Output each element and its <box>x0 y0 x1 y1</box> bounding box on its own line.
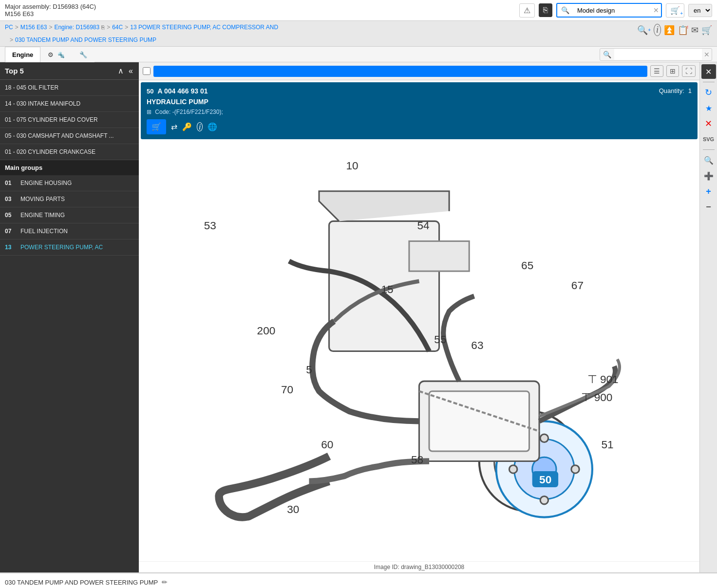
left-sidebar: Top 5 ∧ « 18 - 045 OIL FILTER 14 - 030 I… <box>0 62 139 572</box>
header-right: ⚠ ⎘ 🔍 ✕ 🛒 + en de fr <box>519 3 712 18</box>
group-item-05[interactable]: 05 ENGINE TIMING <box>0 207 139 223</box>
svg-text:53: 53 <box>204 220 216 232</box>
filter-icon-btn[interactable]: ⏫ <box>664 25 675 36</box>
breadcrumb-64c[interactable]: 64C <box>112 24 123 31</box>
part-search-input[interactable] <box>153 66 647 77</box>
top5-list: 18 - 045 OIL FILTER 14 - 030 INTAKE MANI… <box>0 80 139 160</box>
tab3-icon: 🔧 <box>79 51 87 58</box>
copy-icon-btn[interactable]: ⎘ <box>539 3 552 17</box>
rt-svg-btn[interactable]: SVG <box>701 132 716 147</box>
top5-header: Top 5 ∧ « <box>0 62 139 80</box>
sync-icon: ⇄ <box>171 123 177 131</box>
rt-times-btn[interactable]: ✕ <box>701 116 716 131</box>
rt-zoom-in-btn[interactable]: 🔍 <box>701 153 716 167</box>
rt-minus-btn[interactable]: − <box>701 200 716 214</box>
tabs-row: Engine ⚙ 🔩 🔧 🔍 ✕ <box>0 47 717 62</box>
part-select-checkbox[interactable] <box>143 67 151 75</box>
group-item-07[interactable]: 07 FUEL INJECTION <box>0 223 139 239</box>
breadcrumb-engine[interactable]: Engine: D156983 <box>54 24 99 31</box>
svg-label: SVG <box>703 136 714 142</box>
group-item-13[interactable]: 13 POWER STEERING PUMP, AC <box>0 239 139 256</box>
breadcrumb-m156[interactable]: M156 E63 <box>20 24 47 31</box>
times-icon: ✕ <box>705 118 712 129</box>
breadcrumb-030[interactable]: 030 TANDEM PUMP AND POWER STEERING PUMP <box>15 37 156 43</box>
svg-text:58: 58 <box>411 454 423 466</box>
rt-star-btn[interactable]: ★ <box>701 101 716 115</box>
svg-text:10: 10 <box>346 160 358 172</box>
part-info-btn[interactable]: i <box>197 123 203 131</box>
email-icon-btn[interactable]: ✉ <box>691 25 698 36</box>
top5-item-5[interactable]: 01 - 020 CYLINDER CRANKCASE <box>0 144 139 160</box>
tab-engine[interactable]: Engine <box>5 47 40 62</box>
language-select[interactable]: en de fr <box>688 4 712 17</box>
breadcrumb-row2: > 030 TANDEM PUMP AND POWER STEERING PUM… <box>0 34 632 46</box>
rt-refresh-btn[interactable]: ↻ <box>701 85 716 100</box>
right-toolbar: ✕ ↻ ★ ✕ SVG 🔍 ➕ + − <box>699 62 717 572</box>
group-item-03[interactable]: 03 MOVING PARTS <box>0 191 139 207</box>
tabs-search-clear-btn[interactable]: ✕ <box>702 49 712 60</box>
code-grid-icon: ⊞ <box>147 109 151 115</box>
top5-item-1[interactable]: 18 - 045 OIL FILTER <box>0 80 139 96</box>
part-sync-btn[interactable]: ⇄ <box>171 122 177 131</box>
rt-divider-2 <box>703 149 715 150</box>
top5-expand-btn[interactable]: « <box>128 66 134 75</box>
report-icon-btn[interactable]: 📋 ! <box>678 25 688 36</box>
edit-icon-btn[interactable]: ✏ <box>162 578 168 586</box>
part-pos: 50 <box>147 88 153 95</box>
breadcrumb-row1: PC > M156 E63 > Engine: D156983 ⎘ > 64C … <box>0 21 632 34</box>
zoom-in-icon: 🔍 <box>704 156 714 165</box>
email-icon: ✉ <box>691 25 698 36</box>
rt-zoom-out-btn[interactable]: ➕ <box>701 168 716 183</box>
top5-item-2[interactable]: 14 - 030 INTAKE MANIFOLD <box>0 96 139 112</box>
model-design-input[interactable] <box>573 4 651 17</box>
cart-btn[interactable]: 🛒 + <box>666 3 684 18</box>
search-icon: 🔍 <box>561 6 569 14</box>
rt-plus-btn[interactable]: + <box>701 184 716 199</box>
tab2-sub-icon: 🔩 <box>57 52 65 58</box>
tab-3[interactable]: 🔧 <box>72 47 94 62</box>
warning-icon-btn[interactable]: ⚠ <box>519 3 535 18</box>
svg-point-8 <box>540 496 548 504</box>
part-web-btn[interactable]: 🌐 <box>208 122 217 131</box>
top5-collapse-btn[interactable]: ∧ <box>117 66 125 75</box>
tabs-clear-icon: ✕ <box>704 51 710 58</box>
zoom-icon-btn[interactable]: 🔍 + <box>637 25 651 36</box>
rt-close-btn[interactable]: ✕ <box>701 64 716 79</box>
quantity-value: 1 <box>688 87 692 94</box>
svg-text:⊤ 901: ⊤ 901 <box>587 373 619 386</box>
rt-divider-1 <box>703 82 715 82</box>
tabs-search-icon-btn[interactable]: 🔍 <box>600 49 614 60</box>
search-icon-btn[interactable]: 🔍 <box>557 4 573 17</box>
top5-item-3[interactable]: 01 - 075 CYLINDER HEAD COVER <box>0 112 139 128</box>
main-layout: Top 5 ∧ « 18 - 045 OIL FILTER 14 - 030 I… <box>0 62 717 572</box>
center-content: ☰ ⊞ ⛶ 50 A 004 466 93 01 Quantity: 1 <box>139 62 699 572</box>
info-icon-btn[interactable]: i <box>654 24 661 36</box>
part-key-btn[interactable]: 🔑 <box>182 122 192 131</box>
warning-icon: ⚠ <box>524 6 530 15</box>
list-view-btn[interactable]: ☰ <box>650 65 663 77</box>
svg-text:63: 63 <box>471 339 483 351</box>
filter-icon: ⏫ <box>664 25 675 36</box>
breadcrumb-pc[interactable]: PC <box>5 24 13 31</box>
top5-item-4[interactable]: 05 - 030 CAMSHAFT AND CAMSHAFT ... <box>0 128 139 144</box>
search-clear-btn[interactable]: ✕ <box>651 4 661 17</box>
cart-header-btn[interactable]: 🛒 <box>701 25 712 36</box>
diagram-svg: 10 53 54 15 65 67 200 5 55 63 70 ⊤ 901 ⊤… <box>139 141 699 561</box>
part-list-toolbar: ☰ ⊞ ⛶ <box>139 62 699 80</box>
add-to-cart-btn[interactable]: 🛒 <box>147 119 166 134</box>
breadcrumb-13[interactable]: 13 POWER STEERING PUMP, AC COMPRESSOR AN… <box>130 24 278 31</box>
tabs-search-icon: 🔍 <box>603 51 611 58</box>
svg-text:30: 30 <box>287 503 299 515</box>
image-id-bar: Image ID: drawing_B13030000208 <box>139 561 699 572</box>
svg-rect-14 <box>409 241 469 271</box>
expand-view-btn[interactable]: ⛶ <box>682 65 696 77</box>
grid-view-btn[interactable]: ⊞ <box>666 65 679 77</box>
tab2-icon: ⚙ <box>48 51 54 58</box>
tab-2[interactable]: ⚙ 🔩 <box>40 47 72 62</box>
svg-point-9 <box>509 465 517 473</box>
top5-title: Top 5 <box>5 67 24 75</box>
part-actions: 🛒 ⇄ 🔑 i 🌐 <box>147 119 692 134</box>
tabs-search-input[interactable] <box>614 49 702 60</box>
breadcrumb-area: PC > M156 E63 > Engine: D156983 ⎘ > 64C … <box>0 21 717 47</box>
group-item-01[interactable]: 01 ENGINE HOUSING <box>0 175 139 191</box>
